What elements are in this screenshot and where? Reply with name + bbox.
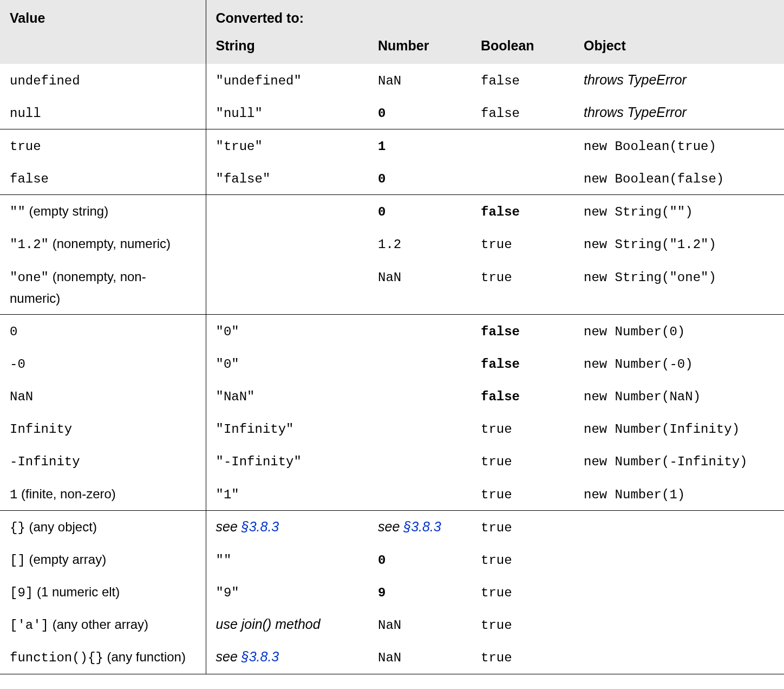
cell-string: "0" bbox=[206, 314, 368, 347]
cell-text: 0 bbox=[378, 106, 386, 121]
cell-object bbox=[574, 608, 784, 641]
cell-string: use join() method bbox=[206, 608, 368, 641]
table-row: 1 (finite, non-zero)"1"truenew Number(1) bbox=[0, 478, 784, 511]
cell-text: "1.2" bbox=[10, 237, 49, 252]
cell-boolean: true bbox=[471, 445, 574, 477]
cell-text: NaN bbox=[378, 618, 401, 633]
cross-ref-link[interactable]: §3.8.3 bbox=[403, 519, 441, 534]
table-row: 0"0"falsenew Number(0) bbox=[0, 314, 784, 347]
cell-value: false bbox=[0, 162, 206, 195]
table-row: "" (empty string)0falsenew String("") bbox=[0, 195, 784, 228]
cell-string: see §3.8.3 bbox=[206, 510, 368, 543]
cell-string: "NaN" bbox=[206, 380, 368, 412]
cross-ref-link[interactable]: §3.8.3 bbox=[241, 519, 279, 534]
cell-value: -Infinity bbox=[0, 445, 206, 477]
cell-text: new String("") bbox=[584, 205, 693, 219]
cell-number: 0 bbox=[368, 162, 471, 195]
cell-text: undefined bbox=[10, 74, 80, 88]
cell-text: true bbox=[481, 586, 512, 600]
cell-value: -0 bbox=[0, 347, 206, 380]
header-converted: Converted to: bbox=[206, 0, 784, 33]
cross-ref-link[interactable]: §3.8.3 bbox=[241, 649, 279, 664]
table-row: undefined"undefined"NaNfalsethrows TypeE… bbox=[0, 64, 784, 96]
cell-text: "-Infinity" bbox=[216, 454, 302, 469]
cell-text: false bbox=[481, 357, 520, 372]
cell-string bbox=[206, 261, 368, 314]
cell-text: 0 bbox=[10, 324, 17, 339]
table-row: "one" (nonempty, non-numeric)NaNtruenew … bbox=[0, 261, 784, 314]
table-row: NaN"NaN"falsenew Number(NaN) bbox=[0, 380, 784, 412]
cell-text: throws TypeError bbox=[584, 72, 687, 87]
cell-boolean: false bbox=[471, 64, 574, 96]
cell-text: true bbox=[481, 422, 512, 437]
cell-number bbox=[368, 314, 471, 347]
header-string: String bbox=[206, 33, 368, 64]
cell-text: true bbox=[481, 487, 512, 502]
cell-number: 9 bbox=[368, 576, 471, 608]
cell-boolean: true bbox=[471, 641, 574, 674]
cell-value: NaN bbox=[0, 380, 206, 412]
table-row: -Infinity"-Infinity"truenew Number(-Infi… bbox=[0, 445, 784, 477]
cell-boolean: true bbox=[471, 510, 574, 543]
cell-text: "" bbox=[10, 205, 25, 219]
table-row: false"false"0new Boolean(false) bbox=[0, 162, 784, 195]
cell-boolean: true bbox=[471, 227, 574, 260]
cell-boolean: false bbox=[471, 195, 574, 228]
cell-text: null bbox=[10, 106, 41, 121]
cell-object: new Number(1) bbox=[574, 478, 784, 511]
cell-string: "Infinity" bbox=[206, 412, 368, 445]
table-body: undefined"undefined"NaNfalsethrows TypeE… bbox=[0, 64, 784, 674]
cell-text: 9 bbox=[378, 586, 386, 600]
cell-text: ['a'] bbox=[10, 618, 49, 633]
cell-boolean: false bbox=[471, 314, 574, 347]
cell-text: (empty string) bbox=[25, 204, 108, 218]
cell-string: "-Infinity" bbox=[206, 445, 368, 477]
cell-text: new Number(0) bbox=[584, 324, 685, 339]
cell-text: false bbox=[481, 324, 520, 339]
cell-text: "false" bbox=[216, 172, 271, 186]
cell-value: "one" (nonempty, non-numeric) bbox=[0, 261, 206, 314]
cell-value: 0 bbox=[0, 314, 206, 347]
table-row: -0"0"falsenew Number(-0) bbox=[0, 347, 784, 380]
cell-value: true bbox=[0, 129, 206, 162]
cell-string bbox=[206, 227, 368, 260]
cell-text: false bbox=[10, 172, 49, 186]
cell-boolean: true bbox=[471, 576, 574, 608]
cell-text: false bbox=[481, 106, 520, 121]
cell-text: "true" bbox=[216, 139, 263, 154]
cell-value: Infinity bbox=[0, 412, 206, 445]
cell-text: "Infinity" bbox=[216, 422, 294, 437]
cell-number: NaN bbox=[368, 64, 471, 96]
cell-string: "true" bbox=[206, 129, 368, 162]
cell-string: see §3.8.3 bbox=[206, 641, 368, 674]
cell-object bbox=[574, 510, 784, 543]
cell-object: new String("1.2") bbox=[574, 227, 784, 260]
cell-object: new Boolean(false) bbox=[574, 162, 784, 195]
cell-string bbox=[206, 195, 368, 228]
cell-text: function(){} bbox=[10, 651, 103, 665]
cell-boolean: true bbox=[471, 608, 574, 641]
cell-boolean: true bbox=[471, 478, 574, 511]
cell-value: [] (empty array) bbox=[0, 543, 206, 576]
cell-text: true bbox=[481, 553, 512, 568]
cell-number bbox=[368, 478, 471, 511]
cell-boolean: false bbox=[471, 380, 574, 412]
cell-text: new Boolean(false) bbox=[584, 172, 724, 186]
cell-text: true bbox=[481, 651, 512, 665]
cell-text: see bbox=[378, 519, 403, 534]
cell-value: null bbox=[0, 96, 206, 129]
cell-text: (1 numeric elt) bbox=[33, 584, 120, 599]
cell-string: "" bbox=[206, 543, 368, 576]
cell-text: false bbox=[481, 389, 520, 404]
cell-text: "" bbox=[216, 553, 232, 568]
cell-text: true bbox=[481, 521, 512, 535]
cell-text: new String("one") bbox=[584, 270, 716, 285]
cell-text: "1" bbox=[216, 487, 239, 502]
table-row: true"true"1new Boolean(true) bbox=[0, 129, 784, 162]
cell-text: 0 bbox=[378, 205, 386, 219]
header-value: Value bbox=[0, 0, 206, 64]
cell-boolean bbox=[471, 162, 574, 195]
cell-object bbox=[574, 641, 784, 674]
table-row: [9] (1 numeric elt)"9"9true bbox=[0, 576, 784, 608]
cell-value: function(){} (any function) bbox=[0, 641, 206, 674]
